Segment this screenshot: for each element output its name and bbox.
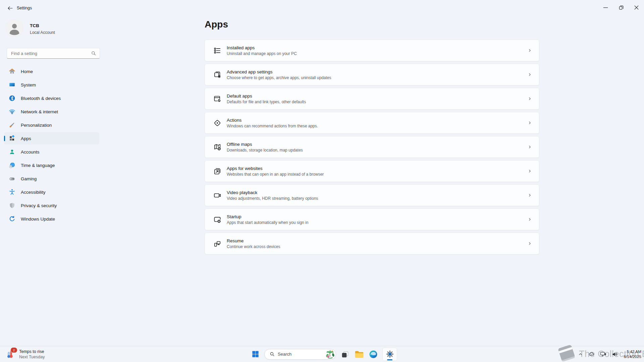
sidebar-item-label: Time & language bbox=[21, 163, 55, 168]
chevron-right-icon bbox=[527, 241, 532, 246]
sidebar: TCB Local Account HomeSystemBluetooth & … bbox=[0, 16, 107, 346]
card-apps-for-websites[interactable]: Apps for websitesWebsites that can open … bbox=[205, 160, 539, 182]
accounts-icon bbox=[8, 148, 16, 156]
default-apps-icon bbox=[213, 95, 222, 103]
card-subtitle: Apps that start automatically when you s… bbox=[227, 220, 308, 225]
task-view-button[interactable] bbox=[340, 348, 350, 361]
weather-subtext: Next Tuesday bbox=[19, 355, 45, 359]
apps-icon bbox=[8, 135, 16, 142]
sidebar-item-label: Home bbox=[21, 69, 33, 74]
installed-apps-icon bbox=[213, 46, 222, 55]
file-explorer-button[interactable] bbox=[354, 348, 364, 361]
card-video-playback[interactable]: Video playbackVideo adjustments, HDR str… bbox=[205, 184, 539, 206]
ethernet-monitor-icon[interactable] bbox=[599, 350, 608, 359]
sidebar-item-label: System bbox=[21, 82, 36, 87]
sidebar-item-bluetooth-devices[interactable]: Bluetooth & devices bbox=[4, 92, 99, 104]
home-icon bbox=[8, 68, 16, 75]
card-subtitle: Video adjustments, HDR streaming, batter… bbox=[227, 196, 318, 201]
personalization-icon bbox=[8, 121, 16, 129]
sidebar-item-label: Accessibility bbox=[21, 190, 46, 195]
window-controls bbox=[598, 0, 644, 15]
card-subtitle: Windows can recommend actions from these… bbox=[227, 124, 318, 128]
apps-for-websites-icon bbox=[213, 167, 222, 176]
chevron-right-icon bbox=[527, 120, 532, 125]
sidebar-item-privacy-security[interactable]: Privacy & security bbox=[4, 199, 99, 212]
sidebar-item-apps[interactable]: Apps bbox=[4, 132, 99, 144]
minimize-icon bbox=[602, 4, 609, 11]
startup-icon bbox=[213, 215, 222, 224]
search-input[interactable] bbox=[7, 48, 100, 58]
restore-button[interactable] bbox=[613, 0, 629, 15]
sidebar-item-network-internet[interactable]: Network & internet bbox=[4, 106, 99, 118]
card-offline-maps[interactable]: Offline mapsDownloads, storage location,… bbox=[205, 136, 539, 158]
network-icon bbox=[8, 108, 16, 115]
taskbar: 2 Temps to rise Next Tuesday Search bbox=[0, 346, 644, 362]
sidebar-item-label: Accounts bbox=[21, 149, 40, 155]
card-subtitle: Websites that can open in an app instead… bbox=[227, 172, 324, 177]
sidebar-item-accessibility[interactable]: Accessibility bbox=[4, 186, 99, 198]
taskbar-search-label: Search bbox=[278, 352, 322, 357]
sidebar-item-accounts[interactable]: Accounts bbox=[4, 146, 99, 158]
card-startup[interactable]: StartupApps that start automatically whe… bbox=[205, 208, 539, 230]
clock-time: 5:42 AM bbox=[624, 349, 641, 354]
title-bar: Settings bbox=[0, 0, 644, 16]
taskbar-clock[interactable]: 5:42 AM 6/14/2025 bbox=[624, 349, 641, 359]
sidebar-item-time-language[interactable]: Time & language bbox=[4, 159, 99, 171]
close-icon bbox=[633, 4, 640, 11]
back-button[interactable] bbox=[5, 3, 15, 13]
sidebar-item-home[interactable]: Home bbox=[4, 65, 99, 77]
chevron-right-icon bbox=[527, 193, 532, 198]
sidebar-item-gaming[interactable]: Gaming bbox=[4, 173, 99, 185]
system-tray: 5:42 AM 6/14/2025 bbox=[577, 346, 641, 362]
sidebar-item-personalization[interactable]: Personalization bbox=[4, 119, 99, 131]
task-view-icon bbox=[341, 350, 350, 359]
windows-update-icon bbox=[8, 215, 16, 223]
advanced-app-settings-icon bbox=[213, 70, 222, 79]
card-resume[interactable]: ResumeContinue work across devices bbox=[205, 233, 539, 254]
volume-icon[interactable] bbox=[610, 350, 619, 359]
resume-icon bbox=[213, 239, 222, 248]
person-avatar-icon bbox=[6, 19, 23, 37]
card-title: Actions bbox=[227, 118, 318, 123]
sidebar-item-label: Apps bbox=[21, 136, 31, 141]
edge-button[interactable] bbox=[368, 348, 378, 361]
weather-widget[interactable]: 2 Temps to rise Next Tuesday bbox=[3, 346, 47, 362]
user-avatar[interactable] bbox=[6, 19, 23, 37]
chevron-right-icon bbox=[527, 72, 532, 77]
notification-badge: 2 bbox=[10, 347, 17, 353]
minimize-button[interactable] bbox=[598, 0, 613, 15]
taskbar-search-box[interactable]: Search bbox=[264, 349, 336, 360]
onedrive-cloud-icon[interactable] bbox=[587, 350, 596, 359]
card-installed-apps[interactable]: Installed appsUninstall and manage apps … bbox=[205, 40, 539, 61]
selected-indicator bbox=[4, 136, 5, 141]
video-playback-icon bbox=[213, 191, 222, 200]
actions-icon bbox=[213, 119, 222, 127]
card-default-apps[interactable]: Default appsDefaults for file and link t… bbox=[205, 88, 539, 110]
card-title: Installed apps bbox=[227, 45, 297, 50]
taskbar-center: Search bbox=[250, 346, 397, 362]
start-button[interactable] bbox=[250, 348, 260, 361]
card-advanced-app-settings[interactable]: Advanced app settingsChoose where to get… bbox=[205, 64, 539, 85]
card-actions[interactable]: ActionsWindows can recommend actions fro… bbox=[205, 112, 539, 134]
tray-chevron-up-icon[interactable] bbox=[577, 350, 584, 358]
settings-card-list: Installed appsUninstall and manage apps … bbox=[205, 40, 539, 254]
close-button[interactable] bbox=[629, 0, 644, 15]
back-arrow-icon bbox=[7, 5, 13, 11]
sidebar-item-label: Privacy & security bbox=[21, 203, 57, 208]
sidebar-item-label: Personalization bbox=[21, 123, 52, 128]
card-subtitle: Continue work across devices bbox=[227, 244, 280, 249]
clock-date: 6/14/2025 bbox=[624, 354, 641, 359]
settings-taskbar-button[interactable] bbox=[382, 348, 397, 361]
sidebar-item-label: Gaming bbox=[21, 176, 37, 181]
active-app-indicator bbox=[387, 359, 392, 360]
sidebar-item-windows-update[interactable]: Windows Update bbox=[4, 213, 99, 225]
edge-icon bbox=[369, 350, 378, 359]
sidebar-item-system[interactable]: System bbox=[4, 79, 99, 91]
file-explorer-icon bbox=[354, 349, 364, 359]
privacy-icon bbox=[8, 202, 16, 209]
chevron-right-icon bbox=[527, 48, 532, 53]
settings-window: Settings TCB Local Account HomeSystemBlu… bbox=[0, 0, 644, 362]
offline-maps-icon bbox=[213, 143, 222, 152]
card-title: Resume bbox=[227, 238, 280, 243]
sidebar-nav: HomeSystemBluetooth & devicesNetwork & i… bbox=[4, 65, 99, 225]
